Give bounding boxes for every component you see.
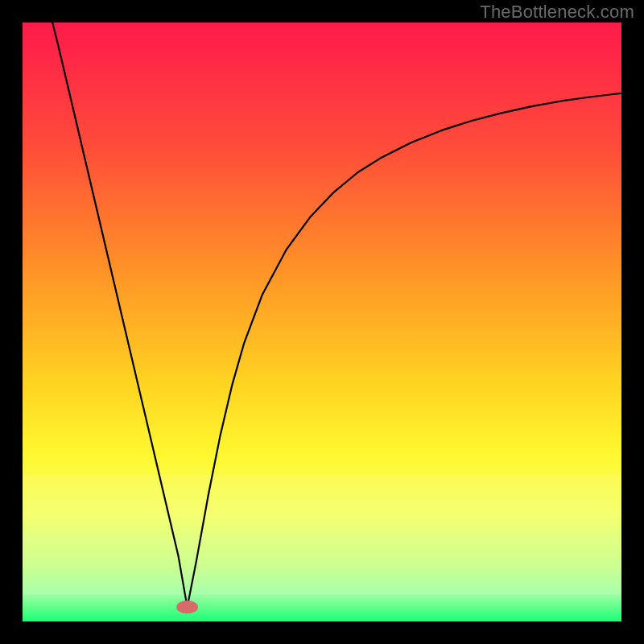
plot-area bbox=[23, 23, 621, 621]
attribution-text: TheBottleneck.com bbox=[480, 2, 634, 23]
highlight-band bbox=[23, 568, 621, 594]
highlight-bands bbox=[23, 475, 621, 595]
highlight-band bbox=[23, 475, 621, 535]
highlight-band bbox=[23, 535, 621, 568]
chart-outer-frame: TheBottleneck.com bbox=[0, 0, 644, 644]
chart-svg bbox=[23, 23, 621, 621]
min-marker bbox=[176, 601, 198, 613]
